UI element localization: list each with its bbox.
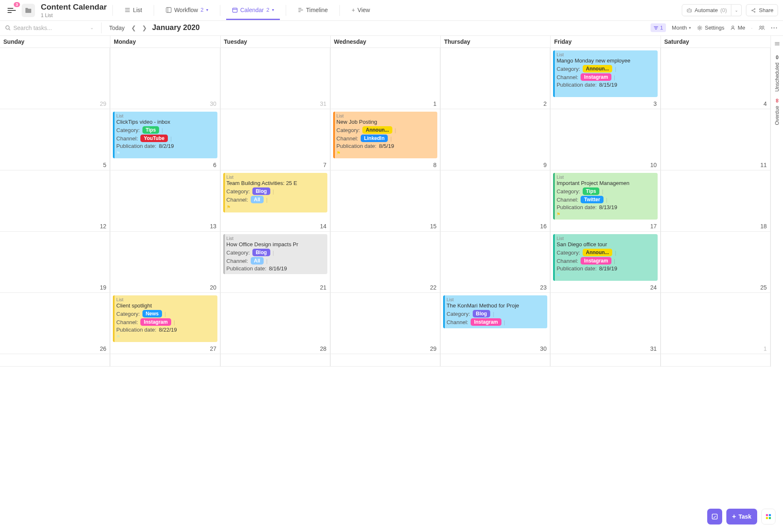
rail-settings-icon[interactable]	[773, 39, 782, 48]
calendar-cell[interactable]	[440, 354, 550, 367]
share-label: Share	[759, 7, 773, 13]
calendar-cell[interactable]: 31	[550, 293, 660, 354]
calendar-cell[interactable]	[661, 354, 771, 367]
overdue-count: 8	[776, 97, 778, 103]
calendar-cell[interactable]: 5	[0, 109, 110, 170]
field-label-category: Category:	[556, 188, 580, 195]
me-filter-button[interactable]: Me	[730, 25, 745, 31]
task-card[interactable]: ListMango Monday new employeeCategory: A…	[553, 50, 657, 97]
calendar-cell[interactable]: 21ListHow Office Design impacts PrCatego…	[220, 232, 330, 293]
calendar-cell[interactable]: 16	[440, 170, 550, 232]
task-card[interactable]: ListHow Office Design impacts PrCategory…	[223, 234, 327, 274]
day-number: 30	[540, 345, 547, 352]
channel-tag: YouTube	[140, 135, 168, 142]
calendar-cell[interactable]: 20	[110, 232, 220, 293]
calendar-cell[interactable]: 3ListMango Monday new employeeCategory: …	[550, 48, 660, 109]
field-label-channel: Channel:	[337, 135, 358, 142]
search-input[interactable]	[13, 25, 80, 31]
folder-icon[interactable]	[22, 4, 35, 17]
calendar-cell[interactable]: 4	[661, 48, 771, 109]
calendar-cell[interactable]: 26	[0, 293, 110, 354]
calendar-cell[interactable]: 19	[0, 232, 110, 293]
calendar-cell[interactable]: 10	[550, 109, 660, 170]
filter-chip[interactable]: 1	[651, 23, 666, 32]
calendar-cell[interactable]: 7	[220, 109, 330, 170]
category-tag: Announ...	[583, 249, 612, 256]
add-view-button[interactable]: + View	[346, 1, 376, 20]
calendar-cell[interactable]: 1	[330, 48, 440, 109]
calendar-cell[interactable]: 13	[110, 170, 220, 232]
calendar-cell[interactable]: 17ListImportant Project ManagemenCategor…	[550, 170, 660, 232]
calendar-cell[interactable]: 31	[220, 48, 330, 109]
calendar-cell[interactable]	[0, 354, 110, 367]
calendar-cell[interactable]: 15	[330, 170, 440, 232]
tab-timeline[interactable]: Timeline	[292, 1, 334, 20]
category-tag: Announ...	[583, 65, 612, 72]
task-card[interactable]: ListClickTips video - inboxCategory: Tip…	[113, 112, 217, 158]
more-button[interactable]: ···	[771, 25, 778, 31]
tab-calendar[interactable]: Calendar 2 ▾	[226, 1, 280, 20]
day-number: 31	[650, 345, 657, 352]
search-dropdown[interactable]: ⌄	[88, 23, 95, 32]
calendar-cell[interactable]: 22	[330, 232, 440, 293]
calendar-cell[interactable]: 28	[220, 293, 330, 354]
calendar-cell[interactable]: 23	[440, 232, 550, 293]
overdue-panel-toggle[interactable]: Overdue 8	[774, 97, 780, 125]
calendar-cell[interactable]: 1	[661, 293, 771, 354]
calendar-cell[interactable]: 14ListTeam Building Activities: 25 ECate…	[220, 170, 330, 232]
calendar-cell[interactable]	[220, 354, 330, 367]
calendar-cell[interactable]: 2	[440, 48, 550, 109]
task-card[interactable]: ListImportant Project ManagemenCategory:…	[553, 173, 657, 220]
flag-icon: ⚑	[116, 334, 214, 340]
settings-button[interactable]: Settings	[697, 25, 724, 31]
unscheduled-panel-toggle[interactable]: Unscheduled 0	[774, 54, 780, 92]
task-card[interactable]: ListNew Job PostingCategory: Announ... |…	[333, 112, 437, 158]
divider	[101, 22, 102, 33]
day-number: 22	[430, 284, 437, 291]
main-menu-button[interactable]: 3	[5, 4, 18, 17]
assignees-button[interactable]	[758, 25, 765, 30]
filter-icon	[653, 25, 658, 30]
calendar-cell[interactable]: 12	[0, 170, 110, 232]
calendar-cell[interactable]: 24ListSan Diego office tourCategory: Ann…	[550, 232, 660, 293]
calendar-cell[interactable]: 9	[440, 109, 550, 170]
calendar-cell[interactable]	[550, 354, 660, 367]
day-number: 6	[213, 162, 217, 168]
task-card[interactable]: ListThe KonMari Method for ProjeCategory…	[443, 295, 547, 328]
task-card[interactable]: ListClient spotlightCategory: News |Chan…	[113, 295, 217, 342]
prev-month-button[interactable]: ❮	[130, 23, 138, 33]
calendar-cell[interactable]	[110, 354, 220, 367]
chevron-down-icon: ▾	[689, 25, 691, 30]
calendar-cell[interactable]: 8ListNew Job PostingCategory: Announ... …	[330, 109, 440, 170]
calendar-cell[interactable]: 27ListClient spotlightCategory: News |Ch…	[110, 293, 220, 354]
tab-workflow[interactable]: Workflow 2 ▾	[160, 1, 214, 20]
task-card[interactable]: ListSan Diego office tourCategory: Annou…	[553, 234, 657, 281]
day-headers: SundayMondayTuesdayWednesdayThursdayFrid…	[0, 36, 771, 48]
field-label-category: Category:	[446, 311, 470, 317]
users-icon	[758, 25, 765, 30]
share-button[interactable]: Share	[746, 4, 778, 16]
pubdate-value: 8/19/19	[599, 265, 617, 272]
calendar-cell[interactable]: 29	[330, 293, 440, 354]
calendar-cell[interactable]: 29	[0, 48, 110, 109]
day-number: 21	[320, 284, 327, 291]
task-card[interactable]: ListTeam Building Activities: 25 ECatego…	[223, 173, 327, 212]
automate-dropdown[interactable]: ⌄	[731, 4, 742, 16]
automate-button[interactable]: Automate (0)	[682, 4, 732, 16]
tab-list[interactable]: List	[119, 1, 148, 20]
chevron-down-icon: ▾	[206, 7, 208, 12]
calendar-cell[interactable]: 30ListThe KonMari Method for ProjeCatego…	[440, 293, 550, 354]
next-month-button[interactable]: ❯	[140, 23, 149, 33]
calendar-grid: 293031123ListMango Monday new employeeCa…	[0, 48, 771, 367]
day-number: 30	[210, 100, 217, 107]
calendar-cell[interactable]	[330, 354, 440, 367]
calendar-cell[interactable]: 18	[661, 170, 771, 232]
calendar-cell[interactable]: 6ListClickTips video - inboxCategory: Ti…	[110, 109, 220, 170]
day-number: 8	[433, 162, 436, 168]
grouping-dropdown[interactable]: Month ▾	[672, 25, 691, 31]
calendar-cell[interactable]: 30	[110, 48, 220, 109]
today-button[interactable]: Today	[107, 25, 126, 31]
calendar-cell[interactable]: 11	[661, 109, 771, 170]
calendar-cell[interactable]: 25	[661, 232, 771, 293]
day-header: Friday	[550, 36, 660, 48]
